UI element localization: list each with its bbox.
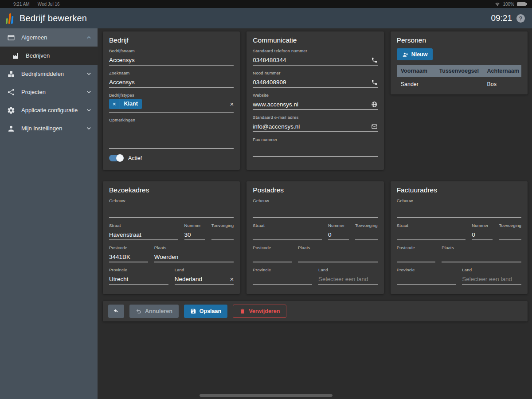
nummer-input[interactable]: 30 bbox=[184, 229, 205, 240]
field-label: Toevoeging bbox=[211, 223, 234, 228]
boxes-icon bbox=[7, 70, 15, 78]
phone-icon[interactable] bbox=[371, 79, 378, 86]
action-bar: Annuleren Opslaan Verwijderen bbox=[103, 301, 528, 321]
card-title: Personen bbox=[397, 36, 521, 44]
person-add-icon bbox=[402, 51, 408, 58]
field-label: Nummer bbox=[328, 223, 349, 228]
wifi-icon bbox=[495, 2, 500, 6]
field-label: Land bbox=[462, 267, 521, 272]
field-label: Plaats bbox=[442, 245, 521, 250]
type-chip: × Klant bbox=[109, 99, 142, 109]
noodnummer-input[interactable]: 0348408909 bbox=[253, 76, 377, 88]
chip-remove-icon[interactable]: × bbox=[109, 99, 120, 109]
trash-icon bbox=[239, 308, 246, 314]
col-achternaam[interactable]: Achternaam bbox=[487, 68, 517, 74]
sidebar-item-algemeen[interactable]: Algemeen bbox=[0, 28, 98, 47]
sidebar-item-projecten[interactable]: Projecten bbox=[0, 83, 98, 101]
status-bar: 9:21 AM Wed Jul 16 100% bbox=[0, 0, 532, 8]
telefoon-input[interactable]: 0348480344 bbox=[253, 54, 377, 66]
actief-toggle[interactable] bbox=[109, 155, 124, 161]
phone-icon[interactable] bbox=[371, 57, 378, 63]
land-select[interactable]: Selecteer een land bbox=[318, 273, 378, 285]
zoeknaam-input[interactable]: Accensys bbox=[109, 76, 234, 88]
plaats-input[interactable]: Woerden bbox=[154, 251, 234, 262]
battery-percent: 100% bbox=[503, 2, 514, 7]
col-tussenvoegsel[interactable]: Tussenvoegsel bbox=[439, 68, 487, 74]
toggle-label: Actief bbox=[128, 155, 142, 161]
land-select[interactable]: Selecteer een land bbox=[462, 273, 521, 285]
gebouw-input[interactable] bbox=[253, 204, 377, 218]
postcode-input[interactable] bbox=[397, 251, 436, 262]
field-label: Gebouw bbox=[109, 198, 234, 203]
opslaan-button[interactable]: Opslaan bbox=[184, 305, 227, 318]
provincie-input[interactable]: Utrecht bbox=[109, 273, 168, 285]
field-label: Provincie bbox=[109, 267, 168, 272]
card-title: Postadres bbox=[253, 186, 377, 194]
field-label: Bedrijfstypes bbox=[109, 93, 234, 98]
reply-arrow-icon bbox=[113, 308, 119, 314]
app-logo-icon bbox=[6, 12, 14, 24]
toevoeging-input[interactable] bbox=[355, 229, 378, 240]
postcode-input[interactable] bbox=[253, 251, 292, 262]
annuleren-button[interactable]: Annuleren bbox=[129, 305, 179, 318]
plaats-input[interactable] bbox=[442, 251, 521, 262]
app-header: Bedrijf bewerken 09:21 ? bbox=[0, 8, 532, 28]
field-label: Bedrijfsnaam bbox=[109, 48, 234, 53]
field-label: Fax nummer bbox=[253, 137, 377, 142]
toevoeging-input[interactable] bbox=[499, 229, 521, 240]
communicatie-card: Communicatie Standaard telefoon nummer 0… bbox=[246, 31, 383, 170]
nummer-input[interactable]: 0 bbox=[472, 229, 493, 240]
table-row[interactable]: Sander Bos bbox=[397, 77, 521, 89]
nummer-input[interactable]: 0 bbox=[328, 229, 349, 240]
chevron-down-icon bbox=[86, 107, 92, 113]
field-label: Gebouw bbox=[253, 198, 377, 203]
gebouw-input[interactable] bbox=[109, 204, 234, 218]
straat-input[interactable] bbox=[397, 229, 466, 240]
field-label: Gebouw bbox=[397, 198, 521, 203]
bedrijfstypes-input[interactable]: × Klant × bbox=[109, 98, 234, 113]
sidebar-item-bedrijfsmiddelen[interactable]: Bedrijfsmiddelen bbox=[0, 65, 98, 83]
card-title: Communicatie bbox=[253, 36, 377, 44]
field-label: Toevoeging bbox=[355, 223, 378, 228]
factuuradres-card: Factuuradres Gebouw Straat Nummer 0 bbox=[391, 181, 528, 294]
field-label: Plaats bbox=[298, 245, 378, 250]
fax-input[interactable] bbox=[253, 143, 377, 157]
provincie-input[interactable] bbox=[397, 273, 456, 285]
field-label: Plaats bbox=[154, 245, 234, 250]
chevron-down-icon bbox=[86, 70, 92, 77]
mail-icon[interactable] bbox=[371, 123, 378, 130]
sidebar-item-applicatie-configuratie[interactable]: Applicatie configuratie bbox=[0, 101, 98, 119]
share-network-icon bbox=[7, 88, 15, 96]
opmerkingen-textarea[interactable] bbox=[109, 123, 234, 149]
email-input[interactable]: info@accensys.nl bbox=[253, 121, 377, 132]
header-clock: 09:21 bbox=[491, 13, 512, 23]
home-indicator-handle[interactable] bbox=[200, 394, 332, 397]
plaats-input[interactable] bbox=[298, 251, 378, 262]
toevoeging-input[interactable] bbox=[211, 229, 234, 240]
field-label: Provincie bbox=[253, 267, 312, 272]
nieuw-button[interactable]: Nieuw bbox=[397, 48, 433, 60]
col-voornaam[interactable]: Voornaam bbox=[401, 68, 439, 74]
website-input[interactable]: www.accensys.nl bbox=[253, 98, 377, 110]
back-button[interactable] bbox=[108, 305, 124, 318]
verwijderen-button[interactable]: Verwijderen bbox=[233, 305, 286, 318]
sidebar-item-bedrijven[interactable]: Bedrijven bbox=[0, 47, 98, 65]
field-label: Straat bbox=[253, 223, 322, 228]
sidebar-item-mijn-instellingen[interactable]: Mijn instellingen bbox=[0, 119, 98, 137]
field-label: Nummer bbox=[184, 223, 205, 228]
clear-icon[interactable]: × bbox=[230, 101, 234, 107]
globe-icon[interactable] bbox=[371, 101, 378, 108]
provincie-input[interactable] bbox=[253, 273, 312, 285]
clear-icon[interactable]: × bbox=[230, 276, 234, 282]
field-label: Standaard e-mail adres bbox=[253, 115, 377, 120]
window-icon bbox=[7, 34, 15, 42]
straat-input[interactable] bbox=[253, 229, 322, 240]
postcode-input[interactable]: 3441BK bbox=[109, 251, 148, 262]
straat-input[interactable]: Havenstraat bbox=[109, 229, 178, 240]
land-input[interactable]: Nederland × bbox=[175, 273, 234, 285]
help-icon[interactable]: ? bbox=[516, 14, 525, 23]
sidebar: Algemeen Bedrijven Bedrijfsmiddelen Proj… bbox=[0, 28, 98, 399]
field-label: Toevoeging bbox=[499, 223, 521, 228]
bedrijfsnaam-input[interactable]: Accensys bbox=[109, 54, 234, 66]
gebouw-input[interactable] bbox=[397, 204, 521, 218]
